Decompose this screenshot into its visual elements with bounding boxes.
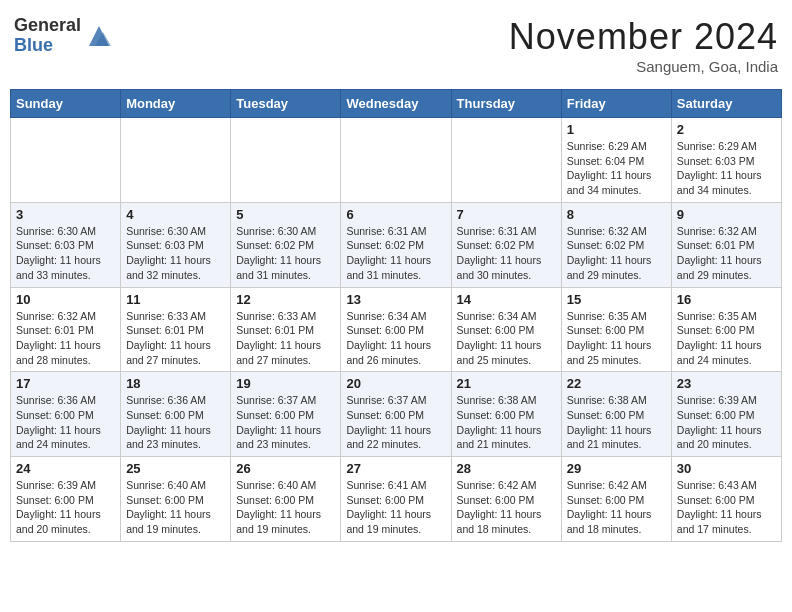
calendar-empty [341, 118, 451, 203]
calendar-week-4: 24Sunrise: 6:39 AM Sunset: 6:00 PM Dayli… [11, 457, 782, 542]
calendar-day-18: 18Sunrise: 6:36 AM Sunset: 6:00 PM Dayli… [121, 372, 231, 457]
logo-general-text: General [14, 16, 81, 36]
day-number: 5 [236, 207, 335, 222]
calendar-day-23: 23Sunrise: 6:39 AM Sunset: 6:00 PM Dayli… [671, 372, 781, 457]
calendar-day-5: 5Sunrise: 6:30 AM Sunset: 6:02 PM Daylig… [231, 202, 341, 287]
day-info: Sunrise: 6:37 AM Sunset: 6:00 PM Dayligh… [236, 393, 335, 452]
calendar-day-9: 9Sunrise: 6:32 AM Sunset: 6:01 PM Daylig… [671, 202, 781, 287]
logo-icon [85, 22, 113, 50]
day-info: Sunrise: 6:30 AM Sunset: 6:03 PM Dayligh… [16, 224, 115, 283]
day-header-friday: Friday [561, 90, 671, 118]
day-number: 28 [457, 461, 556, 476]
calendar-day-16: 16Sunrise: 6:35 AM Sunset: 6:00 PM Dayli… [671, 287, 781, 372]
logo: General Blue [14, 16, 113, 56]
day-info: Sunrise: 6:35 AM Sunset: 6:00 PM Dayligh… [567, 309, 666, 368]
day-info: Sunrise: 6:31 AM Sunset: 6:02 PM Dayligh… [457, 224, 556, 283]
day-info: Sunrise: 6:29 AM Sunset: 6:04 PM Dayligh… [567, 139, 666, 198]
calendar-day-30: 30Sunrise: 6:43 AM Sunset: 6:00 PM Dayli… [671, 457, 781, 542]
calendar-week-1: 3Sunrise: 6:30 AM Sunset: 6:03 PM Daylig… [11, 202, 782, 287]
calendar-day-11: 11Sunrise: 6:33 AM Sunset: 6:01 PM Dayli… [121, 287, 231, 372]
calendar-day-21: 21Sunrise: 6:38 AM Sunset: 6:00 PM Dayli… [451, 372, 561, 457]
day-info: Sunrise: 6:36 AM Sunset: 6:00 PM Dayligh… [16, 393, 115, 452]
day-number: 3 [16, 207, 115, 222]
calendar-empty [121, 118, 231, 203]
day-number: 13 [346, 292, 445, 307]
day-header-sunday: Sunday [11, 90, 121, 118]
calendar-day-3: 3Sunrise: 6:30 AM Sunset: 6:03 PM Daylig… [11, 202, 121, 287]
day-number: 11 [126, 292, 225, 307]
day-number: 4 [126, 207, 225, 222]
calendar-day-19: 19Sunrise: 6:37 AM Sunset: 6:00 PM Dayli… [231, 372, 341, 457]
day-info: Sunrise: 6:34 AM Sunset: 6:00 PM Dayligh… [346, 309, 445, 368]
calendar-week-0: 1Sunrise: 6:29 AM Sunset: 6:04 PM Daylig… [11, 118, 782, 203]
day-number: 14 [457, 292, 556, 307]
day-number: 10 [16, 292, 115, 307]
calendar-day-6: 6Sunrise: 6:31 AM Sunset: 6:02 PM Daylig… [341, 202, 451, 287]
day-info: Sunrise: 6:40 AM Sunset: 6:00 PM Dayligh… [236, 478, 335, 537]
calendar-day-27: 27Sunrise: 6:41 AM Sunset: 6:00 PM Dayli… [341, 457, 451, 542]
calendar-day-12: 12Sunrise: 6:33 AM Sunset: 6:01 PM Dayli… [231, 287, 341, 372]
day-info: Sunrise: 6:32 AM Sunset: 6:02 PM Dayligh… [567, 224, 666, 283]
day-info: Sunrise: 6:43 AM Sunset: 6:00 PM Dayligh… [677, 478, 776, 537]
calendar-empty [231, 118, 341, 203]
day-number: 22 [567, 376, 666, 391]
day-number: 24 [16, 461, 115, 476]
day-info: Sunrise: 6:31 AM Sunset: 6:02 PM Dayligh… [346, 224, 445, 283]
day-info: Sunrise: 6:38 AM Sunset: 6:00 PM Dayligh… [457, 393, 556, 452]
day-info: Sunrise: 6:32 AM Sunset: 6:01 PM Dayligh… [677, 224, 776, 283]
day-info: Sunrise: 6:33 AM Sunset: 6:01 PM Dayligh… [126, 309, 225, 368]
day-info: Sunrise: 6:34 AM Sunset: 6:00 PM Dayligh… [457, 309, 556, 368]
day-info: Sunrise: 6:39 AM Sunset: 6:00 PM Dayligh… [677, 393, 776, 452]
day-info: Sunrise: 6:35 AM Sunset: 6:00 PM Dayligh… [677, 309, 776, 368]
logo-blue-text: Blue [14, 36, 81, 56]
calendar-day-17: 17Sunrise: 6:36 AM Sunset: 6:00 PM Dayli… [11, 372, 121, 457]
day-number: 12 [236, 292, 335, 307]
day-number: 19 [236, 376, 335, 391]
day-number: 29 [567, 461, 666, 476]
calendar-day-28: 28Sunrise: 6:42 AM Sunset: 6:00 PM Dayli… [451, 457, 561, 542]
day-number: 8 [567, 207, 666, 222]
day-info: Sunrise: 6:29 AM Sunset: 6:03 PM Dayligh… [677, 139, 776, 198]
day-number: 20 [346, 376, 445, 391]
day-info: Sunrise: 6:42 AM Sunset: 6:00 PM Dayligh… [457, 478, 556, 537]
calendar-day-14: 14Sunrise: 6:34 AM Sunset: 6:00 PM Dayli… [451, 287, 561, 372]
title-block: November 2024 Sanguem, Goa, India [509, 16, 778, 75]
calendar-day-1: 1Sunrise: 6:29 AM Sunset: 6:04 PM Daylig… [561, 118, 671, 203]
day-info: Sunrise: 6:39 AM Sunset: 6:00 PM Dayligh… [16, 478, 115, 537]
day-info: Sunrise: 6:38 AM Sunset: 6:00 PM Dayligh… [567, 393, 666, 452]
day-info: Sunrise: 6:36 AM Sunset: 6:00 PM Dayligh… [126, 393, 225, 452]
day-number: 21 [457, 376, 556, 391]
day-number: 27 [346, 461, 445, 476]
day-number: 15 [567, 292, 666, 307]
day-number: 26 [236, 461, 335, 476]
calendar-table: SundayMondayTuesdayWednesdayThursdayFrid… [10, 89, 782, 542]
calendar-day-25: 25Sunrise: 6:40 AM Sunset: 6:00 PM Dayli… [121, 457, 231, 542]
day-number: 1 [567, 122, 666, 137]
day-info: Sunrise: 6:33 AM Sunset: 6:01 PM Dayligh… [236, 309, 335, 368]
calendar-week-2: 10Sunrise: 6:32 AM Sunset: 6:01 PM Dayli… [11, 287, 782, 372]
day-number: 16 [677, 292, 776, 307]
day-number: 9 [677, 207, 776, 222]
day-number: 17 [16, 376, 115, 391]
calendar-day-4: 4Sunrise: 6:30 AM Sunset: 6:03 PM Daylig… [121, 202, 231, 287]
day-header-monday: Monday [121, 90, 231, 118]
day-number: 6 [346, 207, 445, 222]
calendar-empty [11, 118, 121, 203]
calendar-header-row: SundayMondayTuesdayWednesdayThursdayFrid… [11, 90, 782, 118]
calendar-day-2: 2Sunrise: 6:29 AM Sunset: 6:03 PM Daylig… [671, 118, 781, 203]
calendar-day-20: 20Sunrise: 6:37 AM Sunset: 6:00 PM Dayli… [341, 372, 451, 457]
day-number: 18 [126, 376, 225, 391]
calendar-week-3: 17Sunrise: 6:36 AM Sunset: 6:00 PM Dayli… [11, 372, 782, 457]
day-header-wednesday: Wednesday [341, 90, 451, 118]
calendar-day-29: 29Sunrise: 6:42 AM Sunset: 6:00 PM Dayli… [561, 457, 671, 542]
day-info: Sunrise: 6:32 AM Sunset: 6:01 PM Dayligh… [16, 309, 115, 368]
day-number: 25 [126, 461, 225, 476]
calendar-day-15: 15Sunrise: 6:35 AM Sunset: 6:00 PM Dayli… [561, 287, 671, 372]
calendar-day-10: 10Sunrise: 6:32 AM Sunset: 6:01 PM Dayli… [11, 287, 121, 372]
calendar-day-8: 8Sunrise: 6:32 AM Sunset: 6:02 PM Daylig… [561, 202, 671, 287]
day-info: Sunrise: 6:30 AM Sunset: 6:03 PM Dayligh… [126, 224, 225, 283]
calendar-day-22: 22Sunrise: 6:38 AM Sunset: 6:00 PM Dayli… [561, 372, 671, 457]
calendar-day-13: 13Sunrise: 6:34 AM Sunset: 6:00 PM Dayli… [341, 287, 451, 372]
calendar-day-26: 26Sunrise: 6:40 AM Sunset: 6:00 PM Dayli… [231, 457, 341, 542]
month-title: November 2024 [509, 16, 778, 58]
